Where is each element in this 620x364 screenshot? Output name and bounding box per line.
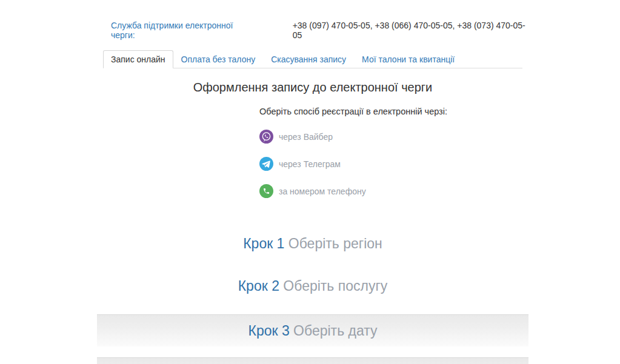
tab-zapys-onlain[interactable]: Запис онлайн xyxy=(103,50,173,68)
step-2-header: Крок 2 Оберіть послугу xyxy=(97,278,528,294)
step-4-header: Крок 4 Оберіть час xyxy=(97,357,528,364)
tab-bar: Запис онлайн Оплата без талону Скасуванн… xyxy=(103,50,522,68)
support-row: Служба підтримки електронної черги: +38 … xyxy=(97,0,528,40)
step-3-header: Крок 3 Оберіть дату xyxy=(97,314,528,346)
viber-icon xyxy=(259,130,273,144)
tab-skasuvannia-zapysu[interactable]: Скасування запису xyxy=(263,50,354,68)
page-title: Оформлення запису до електронної черги xyxy=(97,81,528,94)
method-block: Оберіть спосіб реєстрації в електронній … xyxy=(259,107,528,198)
step-1-header: Крок 1 Оберіть регіон xyxy=(97,236,528,252)
telegram-icon xyxy=(259,157,273,171)
step-2-label: Оберіть послугу xyxy=(283,278,387,294)
step-1-number: Крок 1 xyxy=(243,236,284,251)
tab-moi-talony-ta-kvytantsii[interactable]: Мої талони та квитанції xyxy=(354,50,462,68)
support-phones: +38 (097) 470-05-05, +38 (066) 470-05-05… xyxy=(293,21,528,40)
method-phone-label: за номером телефону xyxy=(279,187,366,196)
tab-oplata-bez-talonu[interactable]: Оплата без талону xyxy=(173,50,264,68)
step-3-label: Оберіть дату xyxy=(293,323,377,339)
step-2-number: Крок 2 xyxy=(238,278,279,294)
phone-icon xyxy=(259,184,273,198)
page-container: Служба підтримки електронної черги: +38 … xyxy=(97,0,528,364)
support-link[interactable]: Служба підтримки електронної черги: xyxy=(111,21,256,40)
method-viber[interactable]: через Вайбер xyxy=(259,130,333,144)
method-viber-label: через Вайбер xyxy=(279,132,333,142)
method-phone[interactable]: за номером телефону xyxy=(259,184,366,198)
step-3-number: Крок 3 xyxy=(248,323,289,339)
method-telegram-label: через Телеграм xyxy=(279,159,341,169)
step-1-label: Оберіть регіон xyxy=(288,236,382,251)
method-telegram[interactable]: через Телеграм xyxy=(259,157,341,171)
method-prompt: Оберіть спосіб реєстрації в електронній … xyxy=(259,107,528,116)
